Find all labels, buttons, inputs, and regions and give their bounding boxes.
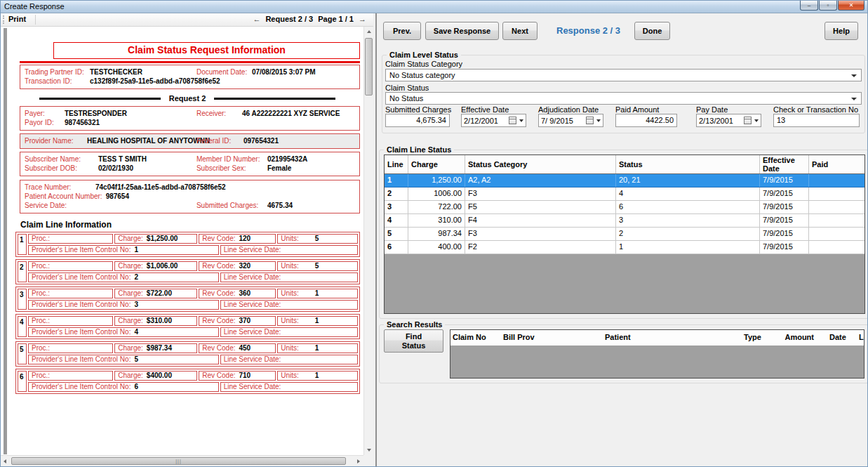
window-title: Create Response xyxy=(4,2,65,11)
cell-line: 3 xyxy=(385,201,408,213)
claim-line-row-4[interactable]: 4 310.00 F4 3 7/9/2015 xyxy=(385,214,864,228)
chevron-down-icon[interactable] xyxy=(596,119,601,122)
scrollbar-corner xyxy=(363,455,373,466)
print-button[interactable]: Print xyxy=(8,15,26,23)
effective-date-picker[interactable]: 2/12/2001 xyxy=(461,114,526,127)
minimize-button[interactable]: – xyxy=(800,1,818,11)
header-load[interactable]: Load xyxy=(857,330,864,346)
document-date-label: Document Date: xyxy=(196,67,248,77)
report-navigation: ← Request 2 / 3 Page 1 / 1 → xyxy=(253,15,366,23)
payer-value: TESTRESPONDER xyxy=(65,109,127,118)
header-line[interactable]: Line xyxy=(385,155,408,173)
transaction-id-value: c132f89f-25a9-11e5-adbd-a708758f6e52 xyxy=(90,77,220,86)
cell-status-category: F2 xyxy=(465,241,616,254)
submitted-charges-input[interactable]: 4,675.34 xyxy=(385,114,450,127)
next-request-arrow-icon[interactable]: → xyxy=(359,15,366,23)
toolbar-separator xyxy=(35,15,36,25)
toolbar-grip-icon xyxy=(3,15,4,24)
claim-line-row-5[interactable]: 5 987.34 F3 2 7/9/2015 xyxy=(385,228,864,241)
calendar-icon[interactable] xyxy=(744,117,752,124)
scroll-right-button[interactable] xyxy=(354,456,363,466)
units-label: Units: xyxy=(281,317,299,325)
report-preview-panel: Print ← Request 2 / 3 Page 1 / 1 → Claim… xyxy=(1,13,373,466)
header-claim-no[interactable]: Claim No xyxy=(450,330,501,346)
chevron-down-icon[interactable] xyxy=(754,119,759,122)
cell-paid xyxy=(809,188,864,200)
header-amount[interactable]: Amount xyxy=(771,330,816,346)
cell-status: 4 xyxy=(616,188,760,200)
trace-number-value: 74c04f1f-25aa-11e5-adbd-a708758f6e52 xyxy=(95,183,226,192)
units-value: 5 xyxy=(315,262,319,270)
claim-line-row-6[interactable]: 6 400.00 F2 1 7/9/2015 xyxy=(385,241,864,254)
header-paid[interactable]: Paid xyxy=(809,155,864,173)
cell-line: 6 xyxy=(385,241,408,254)
close-button[interactable]: ✕ xyxy=(838,1,864,11)
claim-line-row-1-selected[interactable]: 1 1,250.00 A2, A2 20, 21 7/9/2015 xyxy=(385,174,864,188)
scroll-up-button[interactable] xyxy=(364,27,374,37)
calendar-icon[interactable] xyxy=(586,117,594,124)
pay-date-picker[interactable]: 2/13/2001 xyxy=(696,114,761,127)
check-transaction-input[interactable]: 13 xyxy=(773,114,860,127)
claim-status-select[interactable]: No Status xyxy=(385,92,862,105)
horizontal-scrollbar[interactable]: ||| xyxy=(1,455,363,466)
next-button[interactable]: Next xyxy=(502,22,538,40)
header-bill-prov[interactable]: Bill Prov xyxy=(501,330,603,346)
scroll-left-button[interactable] xyxy=(1,456,11,466)
effective-date-value: 2/12/2001 xyxy=(464,117,509,125)
cell-status: 2 xyxy=(616,228,760,240)
cell-effective-date: 7/9/2015 xyxy=(760,174,809,187)
units-value: 1 xyxy=(315,344,319,353)
patient-account-label: Patient Account Number: xyxy=(25,192,102,201)
save-response-button[interactable]: Save Response xyxy=(425,22,499,40)
transaction-id-label: Transaction ID: xyxy=(25,77,86,86)
control-no-label: Provider's Line Item Control No: xyxy=(32,246,131,254)
calendar-icon[interactable] xyxy=(509,117,516,124)
maximize-button[interactable]: ▫ xyxy=(819,1,837,11)
claim-line-row-2[interactable]: 2 1006.00 F3 4 7/9/2015 xyxy=(385,188,864,201)
trading-partner-label: Trading Partner ID: xyxy=(25,67,86,77)
done-button[interactable]: Done xyxy=(634,22,670,40)
chevron-down-icon xyxy=(851,74,857,77)
help-button[interactable]: Help xyxy=(824,22,858,40)
header-charge[interactable]: Charge xyxy=(408,155,465,173)
find-status-button[interactable]: Find Status xyxy=(384,329,443,353)
horizontal-scroll-thumb[interactable]: ||| xyxy=(11,457,346,465)
payor-id-label: Payor ID: xyxy=(25,118,61,127)
claim-line-row-3[interactable]: 3 722.00 F5 6 7/9/2015 xyxy=(385,201,864,214)
cell-status: 6 xyxy=(616,201,760,213)
header-date[interactable]: Date xyxy=(827,330,857,346)
subscriber-name-value: TESS T SMITH xyxy=(98,154,147,164)
report-toolbar: Print ← Request 2 / 3 Page 1 / 1 → xyxy=(1,13,373,27)
subscriber-sex-label: Subscriber Sex: xyxy=(196,164,264,173)
prev-button[interactable]: Prev. xyxy=(383,22,421,40)
request-rule-left xyxy=(39,98,161,100)
charge-label: Charge: xyxy=(118,289,143,298)
claim-status-category-select[interactable]: No Status category xyxy=(385,69,862,81)
header-patient[interactable]: Patient xyxy=(603,330,742,346)
response-counter: Response 2 / 3 xyxy=(556,25,620,36)
header-effective-date[interactable]: Effective Date xyxy=(760,155,809,173)
header-status[interactable]: Status xyxy=(616,155,760,173)
units-value: 5 xyxy=(315,235,319,243)
request-counter: Request 2 / 3 xyxy=(265,15,313,23)
line-number: 6 xyxy=(18,371,27,392)
charge-label: Charge: xyxy=(118,262,143,270)
vertical-scroll-thumb[interactable] xyxy=(365,38,373,96)
scroll-down-button[interactable] xyxy=(364,445,374,455)
rev-code-value: 450 xyxy=(239,344,251,353)
create-response-window: { "window": { "title": "Create Response"… xyxy=(0,0,868,467)
vertical-scrollbar[interactable] xyxy=(363,27,373,455)
chevron-down-icon[interactable] xyxy=(519,119,523,122)
subscriber-dob-value: 02/02/1930 xyxy=(98,164,133,173)
header-type[interactable]: Type xyxy=(742,330,771,346)
charge-label: Charge: xyxy=(118,371,143,380)
claim-status-label: Claim Status xyxy=(385,84,429,92)
provider-box: Provider Name:HEALING HOSPITAL OF ANYTOW… xyxy=(20,133,360,149)
header-status-category[interactable]: Status Category xyxy=(465,155,616,173)
claim-line-status-group: Claim Line Status Line Charge Status Cat… xyxy=(379,150,868,319)
proc-label: Proc.: xyxy=(32,371,50,380)
paid-amount-input[interactable]: 4422.50 xyxy=(615,114,677,127)
prev-request-arrow-icon[interactable]: ← xyxy=(253,15,260,23)
cell-paid xyxy=(809,228,864,240)
adjudication-date-picker[interactable]: 7/ 9/2015 xyxy=(538,114,603,127)
